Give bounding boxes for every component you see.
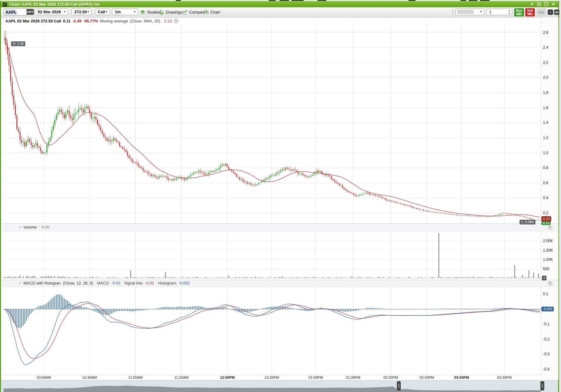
volume-chart-canvas[interactable] xyxy=(3,232,541,279)
stepper-arrows-icon[interactable]: ▲▼ xyxy=(508,9,510,15)
price-chart-canvas[interactable] xyxy=(3,23,541,224)
window-titlebar[interactable]: Chart: AAPL 02 Mar 2026 272.50 Call (OPR… xyxy=(1,1,558,8)
order-template-dropdown[interactable]: ▼ xyxy=(455,9,484,15)
link-icon xyxy=(555,11,559,14)
time-tick-label: 01:00PM xyxy=(308,376,323,379)
time-tick-label: 12:30PM xyxy=(264,376,279,379)
time-tick-label: 03:30PM xyxy=(497,376,512,379)
macd-axis-badge: -0.002 xyxy=(541,307,554,311)
window-title: Chart: AAPL 02 Mar 2026 272.50 Call (OPR… xyxy=(9,2,100,7)
chart-toolbar: AAPL OPT 02 Mar 2026▼ 272.50▼ Call▼ 1m▼ … xyxy=(1,7,558,18)
maximize-icon[interactable] xyxy=(544,2,548,6)
studies-icon xyxy=(140,10,145,15)
time-tick-label: 11:00AM xyxy=(128,376,143,379)
chevron-down-icon: ▼ xyxy=(105,10,108,13)
price-axis-tick: 2.6 xyxy=(543,30,548,35)
chevron-down-icon: ▼ xyxy=(480,10,482,13)
volume-title: Volume xyxy=(23,225,37,230)
histogram-value: -0.002 xyxy=(178,281,189,285)
buy-mkt-button[interactable]: BuyMkt xyxy=(514,8,524,16)
macd-value: -0.02 xyxy=(111,281,120,285)
call-put-dropdown[interactable]: Call▼ xyxy=(95,9,110,15)
study-params: (Close, SMA, 20) : xyxy=(130,19,162,23)
instrument-label: AAPL 02 Mar 2026 272.50 Call xyxy=(5,19,61,23)
drawings-button[interactable]: Drawings xyxy=(160,9,182,16)
chart-app-icon xyxy=(3,3,7,7)
order-options-dropdown-button[interactable]: ▼ xyxy=(548,9,553,15)
strike-dropdown[interactable]: 272.50▼ xyxy=(71,9,92,15)
collapse-macd-icon[interactable]: − xyxy=(19,281,21,285)
quantity-stepper[interactable]: 1 ▲▼ xyxy=(486,9,512,15)
navigator[interactable] xyxy=(1,380,558,392)
price-axis-tick: 2.4 xyxy=(543,45,548,50)
price-axis-tick: 1.8 xyxy=(543,90,548,95)
candlestick-chart-icon xyxy=(204,10,209,15)
volume-axis-tick: 2.00K xyxy=(543,239,553,243)
price-axis-tick: 0.4 xyxy=(543,196,548,200)
study-name: Moving average xyxy=(100,19,128,23)
pin-icon[interactable] xyxy=(529,2,534,6)
detach-icon[interactable] xyxy=(537,2,541,6)
last-price: 0.11 xyxy=(63,19,71,23)
navigator-right-handle[interactable] xyxy=(540,381,544,390)
compare-button[interactable]: Compare xyxy=(182,9,205,16)
chart-type-button[interactable]: Chart xyxy=(204,9,220,16)
macd-axis-tick: 0.1 xyxy=(543,292,548,296)
volume-axis-tick: 1.00K xyxy=(543,257,553,262)
instrument-type-badge: OPT xyxy=(27,9,34,15)
price-axis-tick: 0.2 xyxy=(543,211,548,215)
remove-volume-icon[interactable]: ✕ xyxy=(548,225,552,230)
expiry-dropdown[interactable]: 02 Mar 2026▼ xyxy=(35,9,68,15)
collapse-volume-icon[interactable]: − xyxy=(19,225,21,230)
price-axis-tick: 1.4 xyxy=(543,120,548,125)
chart-window: Chart: AAPL 02 Mar 2026 272.50 Call (OPR… xyxy=(0,1,559,392)
symbol-input[interactable]: AAPL xyxy=(4,9,28,15)
link-button[interactable] xyxy=(554,9,559,15)
chevron-down-icon: ▼ xyxy=(64,10,66,13)
time-tick-label: 03:00PM xyxy=(454,376,469,379)
volume-axis-tick: 1.50K xyxy=(543,248,553,253)
navigator-left-handle[interactable] xyxy=(397,381,401,390)
session-low-label: L: 0.080 xyxy=(520,220,535,224)
signal-value: -0.02 xyxy=(145,281,154,285)
session-high-label: H: 2.45 xyxy=(11,41,25,46)
macd-chart-canvas[interactable] xyxy=(3,287,541,375)
price-axis-tick: 2.2 xyxy=(543,60,548,65)
price-axis-tick: 1.2 xyxy=(543,136,548,140)
chevron-down-icon: ▼ xyxy=(87,10,89,13)
price-axis-tick: 2.0 xyxy=(543,75,548,80)
time-tick-label: 12:00PM xyxy=(220,376,235,379)
timeframe-dropdown[interactable]: 1m▼ xyxy=(112,9,138,15)
sell-mkt-button[interactable]: SellMkt xyxy=(525,8,535,16)
volume-panel-header: − Volume : 9.00 ✕ xyxy=(1,224,558,231)
time-tick-label: 02:00PM xyxy=(383,376,398,379)
flat-button[interactable]: Flat xyxy=(536,8,546,16)
study-value: 0.13 xyxy=(164,19,172,23)
close-icon[interactable]: ✕ xyxy=(551,2,556,6)
price-change: -2.49 xyxy=(72,19,82,23)
time-tick-label: 02:30PM xyxy=(420,376,434,379)
time-axis: 10:00AM10:30AM11:00AM11:30AM12:00PM12:30… xyxy=(1,375,542,380)
price-axis-tick: 0.8 xyxy=(543,166,548,170)
macd-title: MACD with histogran xyxy=(23,281,60,285)
volume-zero-badge: 9 xyxy=(542,276,546,280)
time-tick-label: 10:00AM xyxy=(36,376,51,379)
macd-axis-tick: -0.3 xyxy=(543,352,550,356)
drawings-cursor-icon xyxy=(160,10,164,15)
studies-button[interactable]: Studies xyxy=(140,9,160,16)
toolbar-drag-handle[interactable] xyxy=(452,9,453,16)
remove-study-icon[interactable]: ✕ xyxy=(174,19,178,23)
price-axis-tick: 0.6 xyxy=(543,181,548,185)
price-axis-tick: 1.6 xyxy=(543,106,548,110)
order-template-swatch xyxy=(457,10,474,14)
volume-value: 9.00 xyxy=(42,225,49,230)
navigator-area-chart xyxy=(3,380,541,392)
time-tick-label: 10:30AM xyxy=(82,376,97,379)
remove-macd-icon[interactable]: ✕ xyxy=(548,281,552,286)
time-tick-label: 01:30PM xyxy=(346,376,360,379)
volume-axis-tick: 500 xyxy=(543,267,549,271)
time-tick-label: 11:30AM xyxy=(174,376,188,379)
chevron-down-icon: ▼ xyxy=(133,10,136,13)
price-panel-header: AAPL 02 Mar 2026 272.50 Call 0.11 -2.49 … xyxy=(5,19,178,23)
price-change-pct: -95.77% xyxy=(83,19,98,23)
